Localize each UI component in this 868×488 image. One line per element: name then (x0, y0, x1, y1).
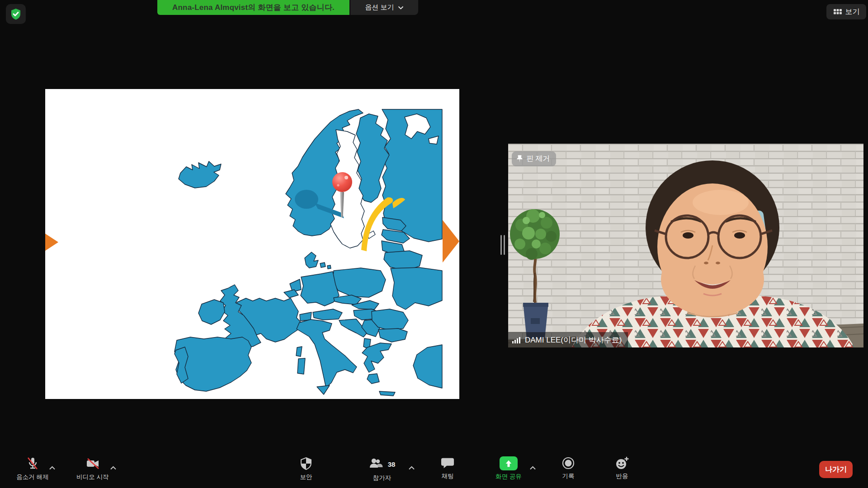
security-button[interactable]: 보안 (292, 456, 321, 481)
video-options-chevron[interactable] (110, 464, 117, 472)
shared-screen-slide (45, 89, 459, 399)
mute-options-chevron[interactable] (49, 464, 56, 472)
next-slide-arrow[interactable] (443, 220, 459, 263)
panel-resize-handle[interactable] (500, 235, 506, 255)
screen-share-banner: Anna-Lena Almqvist의 화면을 보고 있습니다. (157, 0, 349, 15)
prev-slide-arrow[interactable] (45, 234, 58, 251)
remove-pin-label: 핀 제거 (526, 154, 550, 164)
reactions-label: 반응 (616, 472, 628, 480)
people-icon (369, 457, 384, 471)
speech-bubble-icon (441, 456, 454, 470)
leave-meeting-button[interactable]: 나가기 (819, 461, 853, 478)
signal-bars-icon (512, 337, 521, 343)
chat-button[interactable]: 채팅 (433, 456, 462, 480)
pushpin-icon (516, 155, 523, 163)
participants-count: 38 (388, 460, 396, 468)
participants-options-chevron[interactable] (408, 464, 415, 472)
reactions-button[interactable]: 반응 (608, 456, 637, 480)
arrow-up-share-icon (500, 456, 518, 470)
banner-text: Anna-Lena Almqvist의 화면을 보고 있습니다. (172, 2, 335, 13)
shield-quadrant-icon (299, 456, 313, 471)
participant-name-tag: DAMI LEE(이다미 박사수료) (508, 332, 628, 347)
video-muted-icon (85, 456, 100, 471)
europe-map-graphic (45, 89, 459, 399)
options-view-label: 옵션 보기 (365, 3, 394, 12)
options-view-dropdown[interactable]: 옵션 보기 (350, 0, 418, 15)
start-video-label: 비디오 시작 (76, 473, 108, 481)
meeting-toolbar: 음소거 해제 비디오 시작 보안 (0, 454, 868, 488)
participant-name-label: DAMI LEE(이다미 박사수료) (525, 335, 622, 345)
participant-video-scene (508, 144, 863, 347)
smiley-plus-icon (615, 456, 629, 470)
security-label: 보안 (300, 473, 312, 481)
unmute-label: 음소거 해제 (16, 473, 48, 481)
participants-button[interactable]: 38 참가자 (362, 456, 402, 482)
chat-label: 채팅 (442, 472, 454, 480)
chevron-down-icon (398, 6, 404, 9)
microphone-muted-icon (25, 456, 40, 471)
europe-countries (175, 109, 442, 396)
view-button-label: 보기 (845, 7, 860, 17)
participant-video-tile[interactable]: 핀 제거 DAMI LEE(이다미 박사수료) (508, 144, 863, 347)
security-shield-check-icon (9, 8, 22, 20)
unmute-button[interactable]: 음소거 해제 (10, 456, 55, 481)
share-screen-button[interactable]: 화면 공유 (488, 456, 529, 481)
share-options-chevron[interactable] (529, 464, 536, 472)
record-circle-icon (561, 456, 575, 470)
view-button[interactable]: 보기 (826, 4, 866, 19)
record-button[interactable]: 기록 (554, 456, 583, 480)
remove-pin-button[interactable]: 핀 제거 (512, 151, 556, 166)
zoom-meeting-window: Anna-Lena Almqvist의 화면을 보고 있습니다. 옵션 보기 보… (0, 0, 868, 488)
security-shield-button[interactable] (6, 4, 26, 24)
participants-label: 참가자 (373, 474, 392, 482)
gallery-grid-icon (833, 8, 842, 15)
share-screen-label: 화면 공유 (495, 473, 522, 481)
record-label: 기록 (562, 472, 575, 480)
